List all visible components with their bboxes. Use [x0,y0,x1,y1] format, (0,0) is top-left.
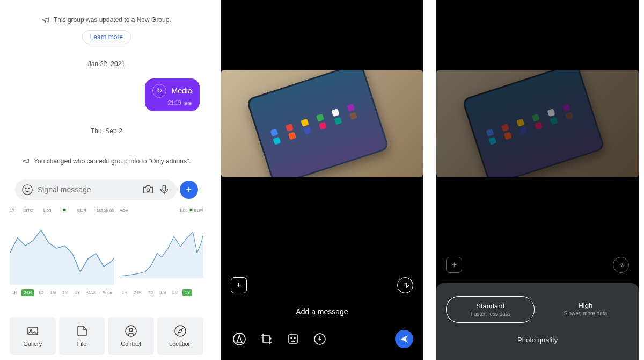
chart-qty: 1.00 [179,208,188,213]
q-sub: Slower, more data [545,311,626,316]
svg-point-12 [291,337,292,339]
preview-controls-top: + [221,272,423,299]
chart-ada[interactable]: ADA 1.00 ⇄ EUR 1H24H7D1M3M1Y [120,206,203,314]
chart-sym: BTC [24,208,33,213]
svg-point-2 [28,188,30,189]
mic-icon[interactable] [158,184,170,196]
quality-option-standard[interactable]: Standard Faster, less data [446,296,534,323]
chart-sym: ADA [120,208,128,213]
image-preview-dimmed [436,70,639,177]
image-preview-screen: + Add a message [221,0,423,360]
att-label: Location [169,341,192,347]
input-pill[interactable] [15,179,177,200]
svg-point-1 [25,188,26,189]
megaphone-icon [22,157,30,165]
btc-chart-svg [10,216,114,286]
group-update-notice: This group was updated to a New Group. [42,16,171,24]
attach-file[interactable]: File [59,317,105,355]
read-receipt-icon: ◉◉ [184,100,192,106]
megaphone-icon [42,16,49,24]
add-image-button[interactable]: + [446,257,462,273]
svg-rect-4 [163,185,166,191]
chart-tab[interactable]: MAX [84,289,98,296]
swap-icon: ⇄ [188,207,194,213]
sticker-tool[interactable] [284,330,302,348]
chart-tab[interactable]: 3M [60,289,70,296]
download-tool[interactable] [311,330,328,348]
attach-contact[interactable]: Contact [108,317,154,355]
chart-tab[interactable]: 24H [131,289,144,296]
chart-btc[interactable]: 17 BTC 1.00 ⇄ EUR 38359.00 1H24H7D1M3M1Y… [10,206,114,314]
chart-tab[interactable]: 1Y [72,289,82,296]
msg-label: Media [172,87,192,95]
system-message: You changed who can edit group info to "… [22,157,191,165]
svg-point-9 [175,326,186,336]
chat-messages: This group was updated to a New Group. L… [5,0,208,173]
att-label: Gallery [23,341,42,347]
add-attachment-button[interactable]: + [180,181,198,199]
message-input[interactable] [38,185,138,194]
attach-location[interactable]: Location [157,317,203,355]
q-title: High [545,301,626,309]
camera-icon[interactable] [142,184,154,196]
media-refresh-icon: ↻ [152,84,166,98]
svg-point-3 [147,189,150,192]
chart-tab[interactable]: 7D [36,289,46,296]
swap-icon: ⇄ [61,207,68,213]
msg-time: 21:19 [168,100,181,106]
photo-quality-screen: + Standard Faster, less data High Slower… [436,0,639,360]
sheet-title: Photo quality [446,336,629,344]
chart-tab[interactable]: 1M [48,289,58,296]
date-separator: Thu, Sep 2 [91,127,122,135]
svg-point-7 [126,326,136,336]
chart1-tabs[interactable]: 1H24H7D1M3M1YMAXPrice [10,289,114,296]
update-text: This group was updated to a New Group. [54,16,171,24]
editor-toolbar [221,325,423,360]
chat-screen: This group was updated to a New Group. L… [5,0,208,360]
learn-more-button[interactable]: Learn more [82,30,131,44]
add-image-button[interactable]: + [231,277,247,293]
chart-tab[interactable]: 7D [146,289,156,296]
preview-controls-dim: + [446,257,629,273]
chart-tab[interactable]: 1H [10,289,19,296]
att-label: File [77,341,87,347]
chart-price: 38359.00 [96,208,114,213]
ada-chart-svg [120,216,203,286]
date-separator: Jan 22, 2021 [88,60,125,68]
chart-tab[interactable]: 3M [170,289,180,296]
draw-tool[interactable] [231,330,248,348]
sys-msg-text: You changed who can edit group info to "… [34,157,191,165]
image-preview[interactable] [221,70,423,177]
chart-cur: EUR [77,208,86,213]
attachment-grid: Gallery File Contact Location [5,314,208,360]
svg-point-13 [294,337,295,339]
quality-sheet: Standard Faster, less data High Slower, … [436,283,639,360]
charts-area: 17 BTC 1.00 ⇄ EUR 38359.00 1H24H7D1M3M1Y… [5,206,208,314]
attach-gallery[interactable]: Gallery [10,317,56,355]
crop-tool[interactable] [258,330,275,348]
outgoing-message[interactable]: ↻ Media 21:19 ◉◉ [145,78,200,111]
chart2-tabs[interactable]: 1H24H7D1M3M1Y [120,289,203,296]
att-label: Contact [121,341,141,347]
view-once-button[interactable] [613,257,629,273]
q-sub: Faster, less data [450,311,530,317]
chart-tab[interactable]: 24H [21,289,34,296]
chart-tab[interactable]: 1Y [182,289,192,296]
q-title: Standard [450,302,530,310]
chart-tab[interactable]: Price [100,289,114,296]
view-once-button[interactable] [397,277,413,293]
chart-tab[interactable]: 1H [120,289,129,296]
send-button[interactable] [395,330,413,348]
message-input-bar: + [10,176,203,203]
add-message-input[interactable]: Add a message [221,299,423,325]
chart-cur: EUR [194,208,203,213]
chart-qty: 1.00 [43,208,52,213]
emoji-icon[interactable] [21,184,33,196]
svg-point-0 [23,185,32,195]
chart-left: 17 [10,208,14,213]
chart-tab[interactable]: 1M [158,289,168,296]
quality-option-high[interactable]: High Slower, more data [542,296,629,323]
svg-point-8 [129,328,133,332]
